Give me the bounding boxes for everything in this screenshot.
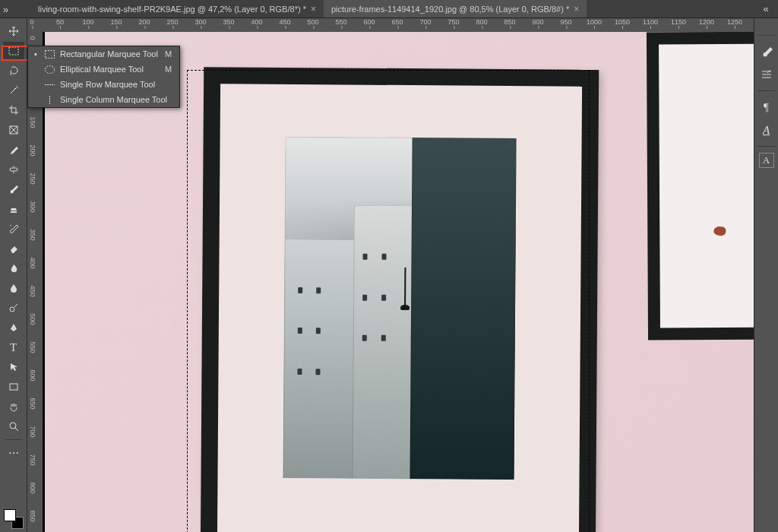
flyout-item-label: Elliptical Marquee Tool [60, 65, 160, 74]
tools-panel: T ⋯ [0, 18, 27, 532]
document-tab-bar: » living-room-with-swing-shelf-PR2K9AE.j… [0, 0, 778, 18]
close-icon[interactable]: × [311, 4, 316, 14]
svg-point-6 [10, 423, 16, 429]
eyedropper-tool[interactable] [3, 141, 24, 159]
ruler-tick: 450 [29, 285, 36, 296]
selected-bullet-icon: • [33, 49, 39, 59]
svg-rect-2 [10, 168, 17, 171]
flyout-item-label: Single Column Marquee Tool [60, 95, 167, 104]
flyout-item-rectangular-marquee[interactable]: • Rectangular Marquee Tool M [28, 46, 179, 62]
svg-rect-7 [45, 50, 54, 58]
zoom-tool[interactable] [3, 417, 24, 435]
right-panel-strip: ¶ A A [754, 18, 778, 532]
document-tab[interactable]: living-room-with-swing-shelf-PR2K9AE.jpg… [30, 0, 324, 17]
blur-tool[interactable] [3, 279, 24, 297]
ruler-tick: 300 [29, 201, 36, 212]
dodge-tool[interactable] [3, 299, 24, 317]
expand-right-panels-icon[interactable]: « [755, 3, 776, 14]
ruler-tick: 300 [194, 18, 206, 26]
ruler-tick: 750 [448, 18, 459, 26]
ruler-tick: 1200 [699, 18, 714, 26]
magic-wand-tool[interactable] [3, 81, 24, 100]
ruler-tick: 0 [30, 18, 33, 26]
ruler-tick: 50 [56, 18, 64, 26]
paragraph-panel-icon[interactable]: ¶ [757, 97, 776, 117]
eraser-tool[interactable] [3, 239, 24, 258]
ruler-tick: 1000 [587, 18, 602, 26]
brush-settings-panel-icon[interactable] [757, 65, 776, 84]
row-marquee-icon [43, 81, 55, 89]
ruler-tick: 650 [29, 397, 36, 409]
spot-healing-tool[interactable] [3, 160, 24, 179]
horizontal-ruler[interactable]: 0501001502002503003504004505005506006507… [27, 18, 754, 32]
brush-panel-icon[interactable] [757, 42, 776, 62]
picture-frame-right [647, 32, 754, 340]
ruler-tick: 850 [504, 18, 515, 26]
ruler-tick: 1050 [615, 18, 630, 26]
ruler-tick: 150 [110, 18, 122, 26]
color-swatches[interactable] [4, 509, 24, 529]
ruler-tick: 550 [29, 341, 36, 353]
ruler-tick: 250 [166, 18, 178, 26]
selection-marquee[interactable] [187, 70, 590, 532]
gradient-tool[interactable] [3, 259, 24, 277]
rectangle-shape-tool[interactable] [3, 378, 24, 396]
lasso-tool[interactable] [3, 62, 24, 80]
ruler-tick: 900 [532, 18, 543, 26]
document-tab[interactable]: picture-frames-1149414_1920.jpg @ 80,5% … [324, 0, 587, 17]
ruler-tick: 0 [29, 36, 36, 40]
ruler-tick: 800 [29, 482, 36, 493]
ruler-tick: 750 [29, 454, 36, 465]
document-tab-label: living-room-with-swing-shelf-PR2K9AE.jpg… [38, 5, 306, 14]
clone-stamp-tool[interactable] [3, 200, 24, 218]
expand-panels-icon[interactable]: » [3, 4, 8, 15]
ruler-tick: 350 [223, 18, 234, 26]
history-brush-tool[interactable] [3, 220, 24, 238]
rect-marquee-icon [43, 50, 55, 59]
flyout-item-label: Rectangular Marquee Tool [60, 49, 160, 59]
ruler-tick: 800 [476, 18, 487, 26]
artwork-shape [713, 226, 726, 236]
edit-toolbar-button[interactable]: ⋯ [3, 444, 24, 462]
type-tool[interactable]: T [3, 338, 24, 356]
flyout-item-shortcut: M [165, 49, 172, 59]
svg-rect-0 [9, 47, 18, 55]
foreground-color-swatch[interactable] [4, 509, 16, 521]
ruler-tick: 400 [251, 18, 262, 26]
ruler-tick: 450 [279, 18, 290, 26]
rectangular-marquee-tool[interactable] [3, 42, 24, 60]
svg-point-3 [10, 307, 14, 312]
ruler-tick: 400 [29, 257, 36, 268]
close-icon[interactable]: × [574, 4, 579, 14]
ruler-tick: 250 [29, 173, 36, 184]
ruler-tick: 500 [307, 18, 318, 26]
character-panel-icon[interactable]: A [757, 120, 776, 140]
brush-tool[interactable] [3, 180, 24, 198]
flyout-item-single-row-marquee[interactable]: Single Row Marquee Tool [28, 77, 179, 92]
crop-tool[interactable] [3, 101, 24, 119]
ellipse-marquee-icon [43, 65, 55, 74]
ruler-tick: 200 [29, 144, 36, 156]
ruler-tick: 200 [138, 18, 150, 26]
flyout-item-label: Single Row Marquee Tool [60, 80, 167, 89]
ruler-tick: 1100 [643, 18, 658, 26]
flyout-item-single-column-marquee[interactable]: Single Column Marquee Tool [28, 92, 179, 107]
svg-rect-5 [10, 384, 17, 390]
flyout-item-elliptical-marquee[interactable]: Elliptical Marquee Tool M [28, 62, 179, 77]
ruler-tick: 950 [560, 18, 571, 26]
move-tool[interactable] [3, 22, 24, 40]
ruler-tick: 100 [82, 18, 93, 26]
ruler-tick: 150 [29, 116, 36, 128]
ruler-tick: 500 [29, 313, 36, 325]
hand-tool[interactable] [3, 397, 24, 416]
ruler-tick: 1250 [727, 18, 742, 26]
ruler-tick: 350 [29, 229, 36, 240]
document-tab-label: picture-frames-1149414_1920.jpg @ 80,5% … [331, 5, 569, 14]
frame-tool[interactable] [3, 121, 24, 139]
glyphs-panel-icon[interactable]: A [759, 153, 774, 168]
pen-tool[interactable] [3, 318, 24, 337]
path-selection-tool[interactable] [3, 358, 24, 376]
flyout-item-shortcut: M [165, 65, 172, 74]
col-marquee-icon [43, 96, 55, 104]
marquee-tool-flyout: • Rectangular Marquee Tool M Elliptical … [27, 46, 180, 108]
